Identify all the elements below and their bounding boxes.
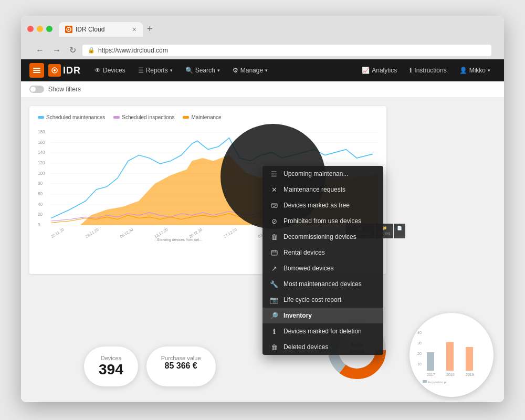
legend-label-purple: Scheduled inspections bbox=[122, 114, 174, 120]
navbar: IDR 👁 Devices ☰ Reports ▾ 🔍 Search ▾ ⚙ M… bbox=[21, 59, 504, 81]
dropdown-item-maintenance-requests[interactable]: ✕ Maintenance requests bbox=[262, 182, 383, 197]
svg-text:60: 60 bbox=[38, 191, 43, 196]
dropdown-item-prohibited[interactable]: ⊘ Prohibited from use devices bbox=[262, 213, 383, 229]
svg-text:40: 40 bbox=[38, 201, 43, 206]
nav-search[interactable]: 🔍 Search ▾ bbox=[180, 64, 225, 77]
legend-maintenance: Maintenance bbox=[183, 114, 221, 120]
dropdown-item-most-maintenanced[interactable]: 🔧 Most maintenanced devices bbox=[262, 276, 383, 292]
url-text: https://www.idrcloud.com bbox=[98, 47, 168, 54]
svg-text:180: 180 bbox=[38, 129, 45, 134]
legend-scheduled-inspections: Scheduled inspections bbox=[113, 114, 174, 120]
minimize-window-button[interactable] bbox=[37, 26, 43, 32]
dropdown-item-decommissioning[interactable]: 🗑 Decommissioning devices bbox=[262, 229, 383, 245]
devices-value: 394 bbox=[99, 361, 123, 378]
prohibited-label: Prohibited from use devices bbox=[284, 217, 361, 225]
instructions-icon: ℹ bbox=[410, 67, 412, 74]
stats-row: Devices 394 Purchase value 85 366 € bbox=[84, 346, 216, 386]
forward-button[interactable]: → bbox=[50, 45, 63, 56]
more-tab[interactable]: 📄 bbox=[394, 224, 405, 238]
svg-text:2018: 2018 bbox=[446, 373, 455, 376]
browser-tab[interactable]: IDR Cloud × bbox=[59, 22, 143, 37]
dropdown-item-deletion[interactable]: ℹ Devices marked for deletion bbox=[262, 323, 383, 339]
deletion-label: Devices marked for deletion bbox=[284, 328, 362, 335]
svg-text:06.12.20: 06.12.20 bbox=[119, 227, 134, 239]
nav-brand: IDR bbox=[48, 64, 81, 77]
bar-2019 bbox=[466, 347, 473, 371]
borrowed-label: Borrowed devices bbox=[284, 265, 333, 272]
devices-free-icon bbox=[270, 201, 278, 209]
bar-chart-circle: 40 30 20 10 2017 2018 2019 A bbox=[410, 313, 494, 397]
svg-text:140: 140 bbox=[38, 150, 45, 155]
bar-2018 bbox=[446, 342, 454, 371]
devices-free-label: Devices marked as free bbox=[284, 202, 350, 209]
svg-text:2019: 2019 bbox=[466, 373, 474, 376]
search-icon: 🔍 bbox=[185, 67, 193, 74]
upcoming-icon: ☰ bbox=[270, 170, 278, 178]
address-field[interactable]: 🔒 https://www.idrcloud.com bbox=[82, 45, 491, 56]
nav-search-label: Search bbox=[195, 67, 215, 74]
more-icon: 📄 bbox=[397, 226, 402, 230]
nav-user[interactable]: 👤 Mikko ▾ bbox=[454, 64, 496, 77]
legend-label-orange: Maintenance bbox=[191, 114, 221, 120]
deleted-icon: 🗑 bbox=[270, 343, 278, 351]
new-tab-button[interactable]: + bbox=[144, 21, 156, 37]
svg-text:10: 10 bbox=[417, 362, 422, 366]
refresh-button[interactable]: ↻ bbox=[67, 44, 78, 56]
nav-toggle-button[interactable] bbox=[29, 63, 44, 78]
svg-text:20: 20 bbox=[417, 352, 422, 355]
svg-text:27.12.20: 27.12.20 bbox=[223, 227, 237, 239]
reports-arrow: ▾ bbox=[170, 68, 173, 73]
dropdown-item-deleted[interactable]: 🗑 Deleted devices bbox=[262, 339, 383, 355]
rental-icon bbox=[270, 248, 278, 257]
most-maintenanced-icon: 🔧 bbox=[270, 280, 278, 288]
purchase-value: 85 366 € bbox=[161, 361, 201, 371]
chart-legend: Scheduled maintenances Scheduled inspect… bbox=[38, 114, 378, 120]
brand-icon bbox=[48, 64, 61, 77]
dropdown-item-borrowed[interactable]: ↗ Borrowed devices bbox=[262, 260, 383, 276]
svg-point-1 bbox=[68, 29, 70, 30]
tab-close-button[interactable]: × bbox=[132, 25, 136, 34]
brand-text: IDR bbox=[63, 65, 81, 76]
nav-right: 📈 Analytics ℹ Instructions 👤 Mikko ▾ bbox=[356, 64, 496, 77]
nav-instructions-label: Instructions bbox=[414, 67, 446, 74]
nav-manage[interactable]: ⚙ Manage ▾ bbox=[227, 64, 273, 77]
svg-rect-53 bbox=[271, 250, 277, 255]
search-arrow: ▾ bbox=[217, 68, 220, 73]
devices-label: Devices bbox=[99, 355, 123, 361]
dropdown-item-rental[interactable]: Rental devices bbox=[262, 245, 383, 260]
back-button[interactable]: ← bbox=[34, 45, 46, 56]
purchase-label: Purchase value bbox=[161, 355, 201, 361]
maximize-window-button[interactable] bbox=[46, 26, 52, 32]
decommissioning-label: Decommissioning devices bbox=[284, 233, 356, 240]
borrowed-icon: ↗ bbox=[270, 264, 278, 272]
close-window-button[interactable] bbox=[27, 26, 34, 32]
dropdown-item-lifecycle[interactable]: 📷 Life cycle cost report bbox=[262, 292, 383, 308]
nav-reports-label: Reports bbox=[146, 67, 168, 74]
maintenance-requests-label: Maintenance requests bbox=[284, 186, 345, 193]
browser-controls: IDR Cloud × + bbox=[27, 21, 498, 37]
decommissioning-icon: 🗑 bbox=[270, 233, 278, 241]
nav-devices[interactable]: 👁 Devices bbox=[89, 64, 131, 77]
legend-dot-purple bbox=[113, 116, 120, 119]
devices-stat-card: Devices 394 bbox=[84, 346, 138, 386]
tab-favicon bbox=[65, 26, 72, 33]
deletion-icon: ℹ bbox=[270, 327, 278, 335]
nav-reports[interactable]: ☰ Reports ▾ bbox=[133, 64, 178, 77]
dropdown-item-upcoming[interactable]: ☰ Upcoming maintenan... bbox=[262, 166, 383, 182]
nav-instructions[interactable]: ℹ Instructions bbox=[404, 64, 452, 77]
deleted-label: Deleted devices bbox=[284, 343, 328, 351]
svg-text:40: 40 bbox=[417, 331, 422, 334]
inventory-icon: 🔎 bbox=[270, 311, 278, 320]
bar-chart-svg: 40 30 20 10 2017 2018 2019 A bbox=[417, 323, 486, 386]
dropdown-item-devices-free[interactable]: Devices marked as free bbox=[262, 197, 383, 213]
legend-rect bbox=[423, 380, 427, 383]
svg-rect-2 bbox=[33, 68, 40, 69]
svg-text:29.11.20: 29.11.20 bbox=[85, 227, 99, 239]
show-filters-toggle[interactable] bbox=[29, 86, 44, 93]
dropdown-item-inventory[interactable]: 🔎 Inventory bbox=[262, 308, 383, 323]
nav-analytics[interactable]: 📈 Analytics bbox=[356, 64, 402, 77]
inventory-label: Inventory bbox=[284, 312, 312, 319]
upcoming-label: Upcoming maintenan... bbox=[284, 170, 348, 177]
browser-titlebar: IDR Cloud × + ← → ↻ 🔒 https://www.idrclo… bbox=[21, 16, 504, 59]
manage-arrow: ▾ bbox=[265, 68, 268, 73]
